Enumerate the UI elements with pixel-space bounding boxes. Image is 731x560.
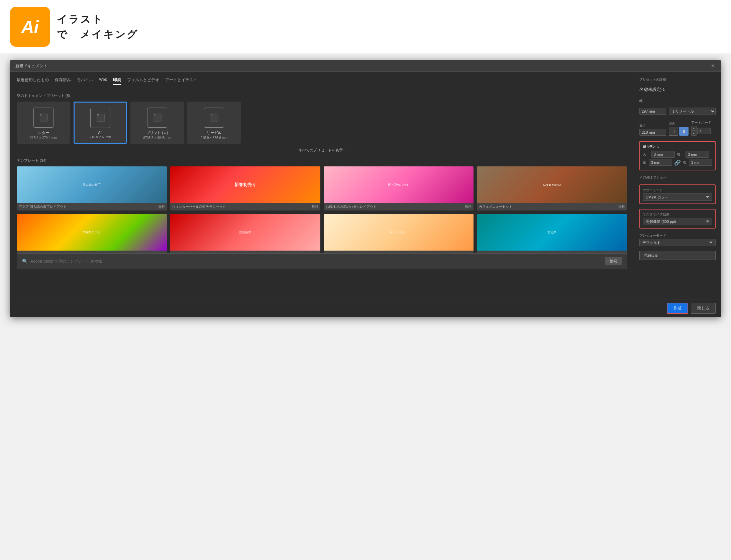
height-input[interactable] [639,129,666,136]
bleed-left-input[interactable] [649,159,672,166]
create-button[interactable]: 作成 [667,303,688,314]
preview-mode-select[interactable]: デフォルト ピクセル オーバープリント [639,239,716,246]
bleed-lr-row: 左 🔗 右 [643,159,712,166]
bleed-top-label: 天 [643,152,649,157]
preset-legal-size: 215.9 × 355.6 mm [192,136,236,140]
template-1-badge: 無料 [158,204,165,209]
color-mode-select[interactable]: CMYK カラー RGB カラー [643,193,712,201]
tabs-bar: 最近使用したもの 保存済み モバイル Web 印刷 フィルムとビデオ アートとイ… [17,77,627,87]
details-settings-button[interactable]: 詳細設定 [639,251,716,260]
preset-legal-name: リーガル [192,130,236,135]
template-2-thumb: 新春初売り [170,166,320,203]
templates-section-title: テンプレート (34) [17,158,627,163]
artboard-stepper: ▲ ▼ [691,126,711,136]
tab-mobile[interactable]: モバイル [77,77,93,85]
search-input[interactable] [30,259,602,264]
template-5-info [17,251,167,253]
show-all-presets[interactable]: すべてのプリセットを表示+ [17,148,627,153]
close-dialog-button[interactable]: 閉じる [691,303,716,314]
template-7-thumb: キャラクター [324,214,474,251]
search-button[interactable]: 検索 [605,257,622,265]
artboard-input[interactable] [697,128,711,134]
template-4[interactable]: CAFE MENU カフェメニューセット 無料 [477,166,627,211]
top-banner: Ai イラスト で メイキング [0,0,731,53]
artboard-down-btn[interactable]: ▼ [691,131,697,136]
template-7[interactable]: キャラクター [324,214,474,253]
bleed-bottom-input[interactable] [686,151,709,158]
tab-saved[interactable]: 保存済み [55,77,71,85]
search-icon: 🔍 [22,259,28,264]
tab-print[interactable]: 印刷 [113,77,121,85]
artboard-label: アートボード [691,120,711,125]
search-bar: 🔍 検索 [17,253,627,269]
artboard-up-btn[interactable]: ▲ [691,126,697,131]
preset-grid: ⬛ レター 215.9 × 279.4 mm ⬛ A4 210 × 297 mm… [17,102,627,144]
width-input[interactable] [639,108,666,115]
bleed-section-label: 裁ち落とし [643,144,712,149]
doc-name: 名称未設定-1 [639,87,716,93]
dialog-close-button[interactable]: × [710,63,716,69]
dialog-title: 新規ドキュメント [15,63,47,69]
preset-letter[interactable]: ⬛ レター 215.9 × 279.4 mm [17,102,70,144]
preset-letter-size: 215.9 × 279.4 mm [21,136,66,140]
template-4-thumb: CAFE MENU [477,166,627,203]
tab-art[interactable]: アートとイラスト [165,77,197,85]
preset-a4-name: A4 [79,131,122,135]
width-label: 幅 [639,99,716,103]
dialog-footer: 作成 閉じる [10,299,721,317]
preset-legal[interactable]: ⬛ リーガル 215.9 × 355.6 mm [187,102,241,144]
width-unit-select[interactable]: ミリメートル ピクセル インチ [669,108,716,115]
direction-label: 方向 [669,121,689,126]
template-1-info: アクア 同人誌の表丁レイアウト 無料 [17,203,167,211]
template-3-thumb: 桜・花のハガキ [324,166,474,203]
bleed-left-label: 左 [643,160,647,165]
preset-print-large[interactable]: ⬛ プリント (大) 6705.6 × 3048 mm [130,102,184,144]
bleed-top-input[interactable] [651,151,675,158]
preset-a4[interactable]: ⬛ A4 210 × 297 mm [74,102,127,144]
preset-a4-size: 210 × 297 mm [79,135,122,139]
template-1[interactable]: 同人誌の表丁 アクア 同人誌の表丁レイアウト 無料 [17,166,167,211]
template-5-thumb: 学園祭チラシ [17,214,167,251]
template-6[interactable]: 謹賀新年 [170,214,320,253]
template-7-info [324,251,474,253]
landscape-btn[interactable]: ▮ [679,127,689,136]
template-6-info [170,251,320,253]
tab-web[interactable]: Web [99,77,107,85]
bleed-right-input[interactable] [689,159,712,166]
template-8-info [477,251,627,253]
right-panel: プリセットの詳細 名称未設定-1 幅 ミリメートル ピクセル インチ 高さ [634,72,721,299]
tab-film[interactable]: フィルムとビデオ [127,77,159,85]
preset-letter-icon: ⬛ [33,108,54,128]
new-document-dialog: 新規ドキュメント × 最近使用したもの 保存済み モバイル Web 印刷 フィル… [10,60,721,317]
template-1-name: アクア 同人誌の表丁レイアウト [19,204,67,209]
dialog-body: 最近使用したもの 保存済み モバイル Web 印刷 フィルムとビデオ アートとイ… [10,72,721,299]
tab-recent[interactable]: 最近使用したもの [17,77,49,85]
banner-line2: で メイキング [57,29,138,40]
portrait-btn[interactable]: ▯ [669,127,678,136]
rasterize-select[interactable]: 高解像度 (300 ppi) 中解像度 (150 ppi) 低解像度 (72 p… [643,218,712,225]
preset-print-large-icon: ⬛ [147,108,167,128]
template-3[interactable]: 桜・花のハガキ お様様 桃の花のハガキレイアウト 無料 [324,166,474,211]
height-label: 高さ [639,123,666,128]
dialog-titlebar: 新規ドキュメント × [10,60,721,72]
template-6-thumb: 謹賀新年 [170,214,320,251]
template-8-thumb: 文化祭 [477,214,627,251]
ai-logo: Ai [10,7,50,47]
bleed-section: 裁ち落とし 天 地 左 🔗 右 [639,141,716,170]
template-4-name: カフェメニューセット [479,204,512,209]
advanced-options-toggle[interactable]: ∨ 詳細オプション [639,175,716,180]
template-2[interactable]: 新春初売り ウィンターセール店頭チラシセット 無料 [170,166,320,211]
left-panel: 最近使用したもの 保存済み モバイル Web 印刷 フィルムとビデオ アートとイ… [10,72,634,299]
logo-text: Ai [21,17,39,37]
template-grid: 同人誌の表丁 アクア 同人誌の表丁レイアウト 無料 新春初売り ウィンターセール… [17,166,627,253]
preset-print-large-size: 6705.6 × 3048 mm [135,136,179,140]
rasterize-label: ラスタライズ効果 [643,212,712,217]
dialog-wrapper: 新規ドキュメント × 最近使用したもの 保存済み モバイル Web 印刷 フィル… [0,53,731,327]
width-row: ミリメートル ピクセル インチ [639,108,716,115]
template-5[interactable]: 学園祭チラシ [17,214,167,253]
preset-legal-icon: ⬛ [204,108,224,128]
template-2-name: ウィンターセール店頭チラシセット [172,204,226,209]
template-8[interactable]: 文化祭 [477,214,627,253]
preset-letter-name: レター [21,130,66,135]
bleed-top-row: 天 地 [643,151,712,158]
